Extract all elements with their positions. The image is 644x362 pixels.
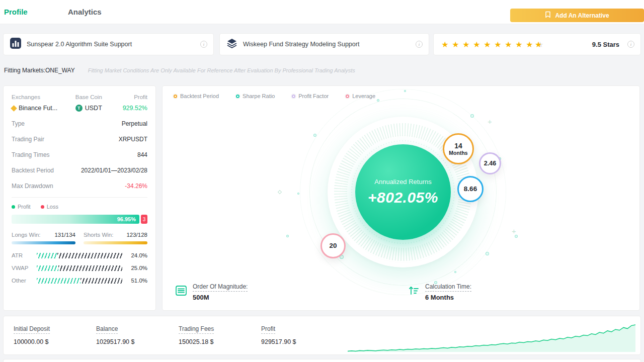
profit-value: 929.52% [123, 105, 147, 112]
next-section-edge [3, 359, 641, 362]
add-alternative-button[interactable]: Add An Alternative [510, 9, 644, 22]
decor-plus [512, 227, 516, 235]
weight-row-other: Other 51.0% [12, 278, 147, 284]
divider [12, 197, 147, 198]
shorts-win-label: Shorts Win: [84, 232, 113, 238]
decor-dot [297, 193, 299, 195]
loss-dot-icon [41, 205, 44, 209]
profit-bar-segment: 96.95% [12, 215, 139, 224]
order-of-magnitude: Order Of Magnitude: 500M [175, 282, 248, 301]
half-star-icon: ★★ [535, 40, 545, 49]
profit-loss-bar: 96.95% 3 [12, 215, 147, 224]
decor-dot [404, 90, 406, 92]
feature-card-fund-strategy: Wiskeep Fund Strategy Modeling Support [219, 33, 429, 55]
order-of-magnitude-value: 500M [193, 294, 248, 301]
profit-loss-legend: Profit Loss [12, 204, 147, 210]
decor-diamond [278, 190, 282, 194]
legend-dot-icon [346, 95, 349, 98]
bookmark-icon [545, 11, 551, 20]
atr-bar [37, 253, 122, 258]
calculation-time: Calculation Time: 6 Months [407, 282, 471, 301]
order-of-magnitude-label[interactable]: Order Of Magnitude: [193, 283, 248, 292]
profit-label: Profit [123, 94, 147, 100]
star-icon: ★ [524, 40, 535, 49]
gauge-panel: Backtest Period Sharpe Ratio Profit Fact… [162, 85, 640, 311]
star-icon: ★ [440, 40, 450, 49]
tab-analytics[interactable]: Analytics [68, 0, 102, 24]
annualized-returns-gauge: Annualized Returns +802.05% [355, 144, 451, 240]
legend-backtest-period[interactable]: Backtest Period [174, 93, 219, 99]
summary-header: Exchanges Binance Fut... Base Coin USDT … [12, 94, 147, 112]
binance-icon [11, 105, 17, 112]
equity-area [348, 325, 635, 352]
profit-legend-label: Profit [18, 204, 31, 210]
usdt-icon [75, 105, 83, 112]
leverage-badge: 20 [320, 233, 346, 258]
decor-dot [454, 271, 456, 273]
summary-row-trading-times: Trading Times 844 [12, 151, 147, 158]
shorts-win: Shorts Win: 123/128 [84, 232, 147, 244]
star-rating: ★★★★★★★★★★★ [440, 40, 545, 49]
legend-dot-icon [174, 95, 177, 98]
sharpe-ratio-badge: 8.66 [457, 176, 484, 202]
indicator-weights: ATR 24.0% VWAP 25.0% Other 51.0% [12, 252, 147, 284]
longs-win-label: Longs Win: [12, 232, 41, 238]
summary-row-trading-pair: Trading Pair XRPUSDT [12, 136, 147, 143]
star-icon: ★ [461, 40, 471, 49]
fitting-markets-label: Fitting Markets:ONE_WAY [4, 67, 75, 74]
decor-dot [470, 114, 474, 118]
summary-row-max-drawdown: Max Drawdown -34.26% [12, 183, 147, 190]
stat-profit: Profit 929517.90 $ [261, 325, 344, 345]
longs-win-value: 131/134 [54, 232, 75, 238]
other-bar [37, 278, 122, 284]
tab-profile[interactable]: Profile [4, 0, 28, 24]
legend-profit-factor[interactable]: Profit Factor [292, 93, 329, 99]
fitting-row: Fitting Markets:ONE_WAY Fitting Market C… [4, 67, 355, 74]
stat-initial-deposit: Initial Deposit 100000.00 $ [14, 325, 96, 345]
shorts-win-value: 123/128 [126, 232, 147, 238]
summary-row-type: Type Perpetual [12, 120, 147, 127]
star-icon: ★ [450, 40, 461, 49]
profit-dot-icon [12, 205, 15, 209]
vwap-bar [37, 265, 122, 271]
decor-dot [486, 252, 489, 255]
gauge-legend: Backtest Period Sharpe Ratio Profit Fact… [174, 93, 375, 99]
decor-dot [286, 235, 289, 237]
info-icon[interactable] [200, 41, 207, 48]
info-icon[interactable] [627, 41, 634, 48]
star-icon: ★ [493, 40, 503, 49]
top-bar: Profile Analytics Add An Alternative [0, 0, 644, 24]
longs-win-bar [12, 241, 75, 244]
summary-row-backtest-period: Backtest Period 2022/01/01—2023/02/28 [12, 167, 147, 174]
decor-dot [377, 99, 379, 102]
layers-icon [226, 37, 238, 51]
legend-dot-icon [236, 95, 239, 98]
gauge-title: Annualized Returns [374, 178, 431, 186]
decor-plus [488, 117, 492, 126]
feature-card-title: Wiskeep Fund Strategy Modeling Support [243, 41, 359, 48]
feature-card-algorithm: Sunspear 2.0 Algorithm Suite Support [3, 33, 214, 55]
add-alternative-label: Add An Alternative [555, 12, 609, 19]
gauge-value: +802.05% [368, 189, 438, 206]
decor-dot [313, 134, 316, 137]
base-coin-value: USDT [85, 105, 102, 112]
loss-legend-label: Loss [47, 204, 58, 210]
backtest-months-badge: 14 Months [443, 133, 474, 164]
loss-bar-segment: 3 [141, 215, 147, 224]
info-icon[interactable] [416, 41, 423, 48]
exchanges-value: Binance Fut... [19, 105, 57, 112]
star-icon: ★ [503, 40, 514, 49]
feature-card-title: Sunspear 2.0 Algorithm Suite Support [27, 41, 132, 48]
star-icon: ★ [514, 40, 524, 49]
rating-card: ★★★★★★★★★★★ 9.5 Stars [433, 33, 641, 55]
magnitude-icon [175, 284, 188, 299]
stars-label: 9.5 Stars [592, 41, 619, 48]
summary-panel: Exchanges Binance Fut... Base Coin USDT … [3, 85, 156, 311]
profit-factor-badge: 2.46 [479, 152, 501, 174]
legend-sharpe-ratio[interactable]: Sharpe Ratio [236, 93, 275, 99]
equity-sparkline [348, 322, 635, 353]
fitting-markets-note: Fitting Market Conditions Are Only Avail… [88, 67, 355, 73]
calculation-time-label[interactable]: Calculation Time: [425, 283, 471, 292]
weight-row-vwap: VWAP 25.0% [12, 265, 147, 271]
weight-row-atr: ATR 24.0% [12, 252, 147, 258]
